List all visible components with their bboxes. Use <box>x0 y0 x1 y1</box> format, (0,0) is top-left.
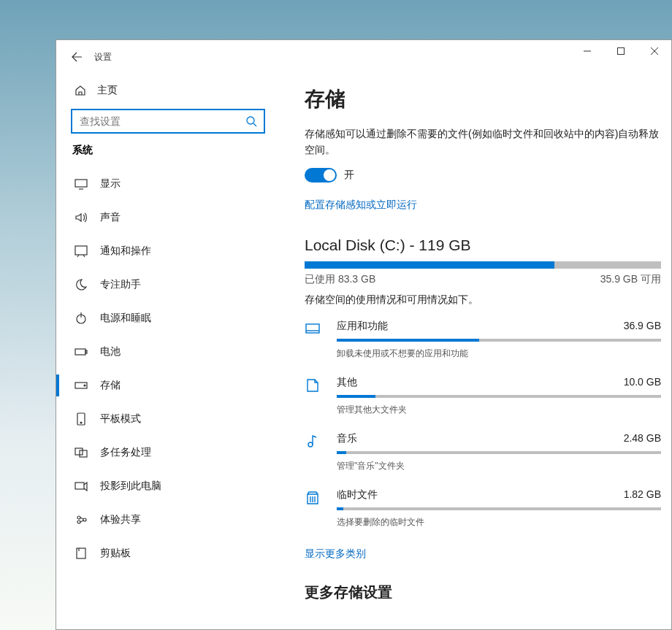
storage-sense-toggle[interactable] <box>305 168 337 183</box>
storage-category-3[interactable]: 临时文件1.82 GB选择要删除的临时文件 <box>305 488 661 529</box>
sidebar-item-9[interactable]: 投影到此电脑 <box>71 469 283 503</box>
minimize-button[interactable] <box>570 40 604 62</box>
nav-label: 存储 <box>100 379 121 392</box>
nav-label: 显示 <box>100 177 121 191</box>
sidebar-home[interactable]: 主页 <box>71 75 283 106</box>
svg-line-24 <box>80 520 83 522</box>
category-bar <box>337 339 661 342</box>
settings-window: 设置 主页 系统 显示声音通知和操作专注助手电源和睡眠电池 <box>56 39 672 630</box>
storage-sense-toggle-label: 开 <box>344 169 354 182</box>
category-name: 应用和功能 <box>337 320 388 333</box>
svg-point-22 <box>83 518 86 521</box>
sidebar-item-5[interactable]: 电池 <box>71 335 283 369</box>
storage-category-2[interactable]: 音乐2.48 GB管理"音乐"文件夹 <box>305 432 661 472</box>
svg-point-21 <box>77 520 80 523</box>
disk-used-label: 已使用 83.3 GB <box>305 273 375 286</box>
content-area: 存储 存储感知可以通过删除不需要的文件(例如临时文件和回收站中的内容)自动释放空… <box>283 75 671 629</box>
maximize-button[interactable] <box>604 40 638 62</box>
svg-rect-19 <box>75 483 84 489</box>
category-bar <box>337 507 661 510</box>
sidebar-item-10[interactable]: 体验共享 <box>71 503 283 537</box>
sidebar-item-11[interactable]: 剪贴板 <box>71 537 283 570</box>
category-tip: 卸载未使用或不想要的应用和功能 <box>337 347 661 360</box>
back-button[interactable] <box>62 42 91 72</box>
disk-title: Local Disk (C:) - 119 GB <box>305 237 661 254</box>
nav-label: 专注助手 <box>100 278 141 291</box>
category-tip: 管理"音乐"文件夹 <box>337 460 661 472</box>
nav-icon <box>74 480 88 493</box>
category-size: 1.82 GB <box>624 488 661 502</box>
storage-sense-description: 存储感知可以通过删除不需要的文件(例如临时文件和回收站中的内容)自动释放空间。 <box>305 126 661 158</box>
svg-rect-18 <box>80 450 87 457</box>
category-size: 2.48 GB <box>624 432 661 445</box>
more-storage-settings-heading: 更多存储设置 <box>305 583 661 602</box>
svg-rect-6 <box>75 180 87 187</box>
nav-icon <box>74 513 88 526</box>
category-name: 其他 <box>337 376 357 389</box>
storage-category-0[interactable]: 应用和功能36.9 GB卸载未使用或不想要的应用和功能 <box>305 320 661 360</box>
usage-description: 存储空间的使用情况和可用情况如下。 <box>305 293 661 307</box>
nav-icon <box>74 345 88 358</box>
configure-storage-sense-link[interactable]: 配置存储感知或立即运行 <box>305 199 417 212</box>
nav-icon <box>74 379 88 392</box>
svg-rect-8 <box>75 246 87 255</box>
nav-label: 电源和睡眠 <box>100 312 151 325</box>
category-size: 10.0 GB <box>624 376 661 389</box>
svg-rect-12 <box>85 350 87 353</box>
svg-rect-17 <box>75 448 83 455</box>
nav-label: 多任务处理 <box>100 446 151 459</box>
category-icon <box>305 320 325 360</box>
nav-label: 体验共享 <box>100 513 141 526</box>
svg-rect-27 <box>306 324 319 333</box>
svg-rect-1 <box>618 48 625 55</box>
sidebar-home-label: 主页 <box>97 84 118 97</box>
home-icon <box>74 85 87 96</box>
category-bar <box>337 451 661 454</box>
nav-icon <box>74 211 88 224</box>
app-title: 设置 <box>94 51 112 64</box>
sidebar-item-6[interactable]: 存储 <box>71 369 283 402</box>
page-title: 存储 <box>305 85 661 113</box>
category-size: 36.9 GB <box>624 320 661 333</box>
svg-point-14 <box>84 385 85 386</box>
svg-line-23 <box>80 518 83 519</box>
search-input[interactable] <box>78 115 245 128</box>
disk-free-label: 35.9 GB 可用 <box>600 273 661 286</box>
nav-icon <box>74 245 88 258</box>
sidebar-item-4[interactable]: 电源和睡眠 <box>71 301 283 335</box>
nav-label: 声音 <box>100 211 121 224</box>
nav-icon <box>74 412 88 426</box>
category-tip: 管理其他大文件夹 <box>337 404 661 416</box>
category-bar <box>337 395 661 398</box>
category-tip: 选择要删除的临时文件 <box>337 516 661 529</box>
sidebar-item-7[interactable]: 平板模式 <box>71 402 283 436</box>
show-more-categories-link[interactable]: 显示更多类别 <box>305 548 366 561</box>
category-name: 音乐 <box>337 432 357 445</box>
svg-point-20 <box>77 516 80 519</box>
sidebar-section-label: 系统 <box>72 144 283 157</box>
search-box[interactable] <box>71 109 265 134</box>
sidebar-item-0[interactable]: 显示 <box>71 167 283 201</box>
svg-line-5 <box>253 123 256 126</box>
nav-label: 剪贴板 <box>100 547 131 560</box>
close-button[interactable] <box>638 40 671 62</box>
storage-category-1[interactable]: 其他10.0 GB管理其他大文件夹 <box>305 376 661 416</box>
nav-label: 平板模式 <box>100 412 141 426</box>
sidebar-item-8[interactable]: 多任务处理 <box>71 436 283 469</box>
nav-icon <box>74 312 88 325</box>
nav-label: 投影到此电脑 <box>100 480 161 493</box>
svg-rect-25 <box>77 548 85 558</box>
nav-label: 电池 <box>100 345 121 358</box>
category-name: 临时文件 <box>337 488 378 502</box>
nav-icon <box>74 177 88 191</box>
sidebar-item-1[interactable]: 声音 <box>71 201 283 234</box>
sidebar-item-2[interactable]: 通知和操作 <box>71 234 283 268</box>
sidebar-item-3[interactable]: 专注助手 <box>71 268 283 301</box>
disk-usage-bar <box>305 261 661 269</box>
titlebar: 设置 <box>56 40 671 75</box>
svg-point-4 <box>247 117 254 124</box>
sidebar: 主页 系统 显示声音通知和操作专注助手电源和睡眠电池存储平板模式多任务处理投影到… <box>56 75 283 629</box>
nav-label: 通知和操作 <box>100 245 151 258</box>
svg-rect-11 <box>75 349 85 355</box>
category-icon <box>305 432 325 472</box>
